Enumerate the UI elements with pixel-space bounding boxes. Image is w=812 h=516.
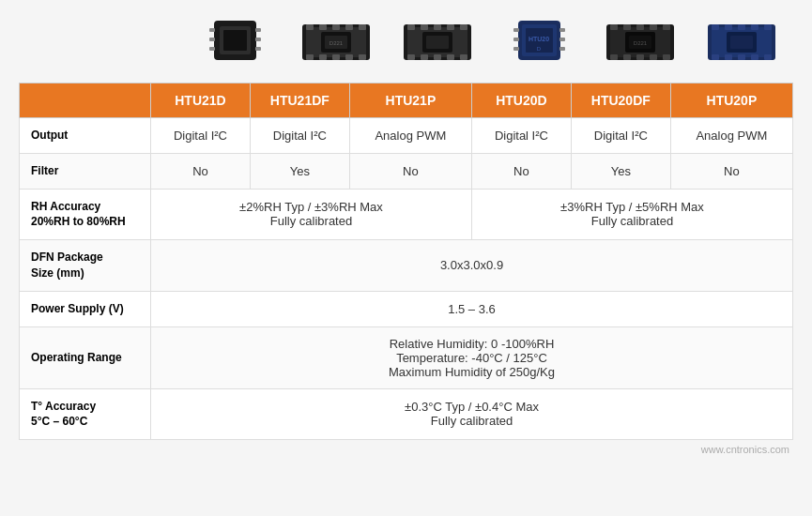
- row-t-accuracy: T° Accuracy5°C – 60°C ±0.3°C Typ / ±0.4°…: [20, 388, 793, 440]
- row-dfn-value: 3.0x3.0x0.9: [151, 240, 793, 292]
- svg-rect-74: [751, 54, 758, 60]
- row-filter: Filter No Yes No No Yes No: [20, 153, 793, 189]
- header-htu20p: HTU20P: [670, 83, 792, 118]
- row-filter-label: Filter: [20, 153, 151, 189]
- svg-rect-55: [663, 24, 670, 30]
- svg-rect-54: [650, 24, 657, 30]
- svg-rect-30: [460, 24, 467, 30]
- svg-rect-27: [421, 24, 428, 30]
- svg-rect-56: [610, 54, 618, 60]
- svg-rect-4: [209, 38, 215, 41]
- svg-rect-67: [725, 24, 732, 30]
- svg-rect-37: [426, 36, 449, 49]
- htu20d-image: HTU20 D: [497, 9, 581, 75]
- svg-text:D221: D221: [634, 40, 648, 46]
- row-filter-htu20df: Yes: [571, 153, 670, 189]
- svg-rect-28: [434, 24, 441, 30]
- row-filter-htu21p: No: [349, 153, 471, 189]
- svg-rect-60: [663, 54, 670, 60]
- row-output: Output Digital I²C Digital I²C Analog PW…: [20, 118, 793, 154]
- svg-rect-12: [319, 24, 327, 30]
- htu20df-image: D221: [598, 9, 682, 75]
- row-output-htu20d: Digital I²C: [471, 118, 571, 154]
- svg-rect-73: [738, 54, 745, 60]
- svg-rect-46: [559, 47, 565, 51]
- svg-rect-51: [610, 24, 618, 30]
- row-dfn-label: DFN PackageSize (mm): [20, 240, 151, 292]
- svg-rect-66: [712, 24, 719, 30]
- svg-rect-58: [636, 54, 644, 60]
- svg-rect-7: [255, 38, 261, 41]
- svg-rect-11: [306, 24, 314, 30]
- svg-rect-20: [359, 54, 366, 60]
- header-htu20df: HTU20DF: [571, 83, 670, 118]
- svg-rect-45: [559, 38, 565, 41]
- comparison-table: HTU21D HTU21DF HTU21P HTU20D HTU20DF HTU…: [19, 83, 793, 440]
- svg-rect-57: [623, 54, 631, 60]
- svg-rect-14: [345, 24, 353, 30]
- svg-text:D: D: [536, 46, 541, 52]
- svg-rect-8: [255, 47, 261, 51]
- row-t-label: T° Accuracy5°C – 60°C: [20, 388, 151, 440]
- svg-rect-33: [434, 54, 441, 60]
- row-dfn: DFN PackageSize (mm) 3.0x3.0x0.9: [20, 240, 793, 292]
- svg-rect-77: [730, 36, 753, 49]
- row-filter-htu20d: No: [471, 153, 571, 189]
- htu21d-image: [192, 9, 277, 75]
- svg-rect-71: [712, 54, 719, 60]
- svg-rect-70: [764, 24, 772, 30]
- row-rh-right: ±3%RH Typ / ±5%RH MaxFully calibrated: [471, 189, 792, 240]
- svg-rect-42: [513, 38, 519, 41]
- header-htu21df: HTU21DF: [250, 83, 349, 118]
- component-images-row: D221: [19, 9, 793, 75]
- svg-rect-44: [559, 28, 565, 32]
- row-rh-label: RH Accuracy20%RH to 80%RH: [20, 189, 151, 240]
- svg-rect-68: [738, 24, 745, 30]
- svg-rect-34: [447, 54, 454, 60]
- svg-rect-16: [306, 54, 314, 60]
- svg-rect-26: [407, 24, 415, 30]
- htu21df-image: D221: [294, 9, 378, 75]
- svg-rect-29: [447, 24, 454, 30]
- svg-text:D221: D221: [329, 40, 344, 46]
- svg-rect-72: [725, 54, 732, 60]
- row-operating-value: Relative Humidity: 0 -100%RHTemperature:…: [151, 326, 793, 388]
- svg-rect-19: [345, 54, 353, 60]
- row-t-value: ±0.3°C Typ / ±0.4°C MaxFully calibrated: [151, 388, 793, 440]
- watermark: www.cntronics.com: [19, 444, 793, 455]
- header-htu21d: HTU21D: [151, 83, 251, 118]
- row-filter-htu21d: No: [151, 153, 251, 189]
- svg-rect-31: [407, 54, 415, 60]
- row-power-label: Power Supply (V): [20, 291, 151, 326]
- row-output-htu21p: Analog PWM: [349, 118, 471, 154]
- svg-rect-43: [513, 47, 519, 51]
- row-power-value: 1.5 – 3.6: [151, 291, 793, 326]
- row-output-htu21df: Digital I²C: [250, 118, 349, 154]
- svg-rect-2: [223, 30, 247, 51]
- row-power-supply: Power Supply (V) 1.5 – 3.6: [20, 291, 793, 326]
- row-operating-range: Operating Range Relative Humidity: 0 -10…: [20, 326, 793, 388]
- svg-rect-13: [332, 24, 340, 30]
- row-output-label: Output: [20, 118, 151, 154]
- svg-rect-17: [319, 54, 327, 60]
- htu20p-image: [699, 9, 784, 75]
- svg-rect-3: [209, 28, 215, 32]
- header-htu21p: HTU21P: [349, 83, 471, 118]
- svg-rect-59: [650, 54, 657, 60]
- row-rh-accuracy: RH Accuracy20%RH to 80%RH ±2%RH Typ / ±3…: [20, 189, 793, 240]
- svg-rect-75: [764, 54, 772, 60]
- row-filter-htu21df: Yes: [250, 153, 349, 189]
- svg-text:HTU20: HTU20: [528, 36, 548, 42]
- header-label-col: [20, 83, 151, 118]
- svg-rect-5: [209, 47, 215, 51]
- svg-rect-69: [751, 24, 758, 30]
- header-htu20d: HTU20D: [471, 83, 571, 118]
- svg-rect-53: [636, 24, 644, 30]
- row-output-htu20p: Analog PWM: [670, 118, 792, 154]
- row-output-htu20df: Digital I²C: [571, 118, 670, 154]
- svg-rect-18: [332, 54, 340, 60]
- svg-rect-15: [359, 24, 366, 30]
- row-operating-label: Operating Range: [20, 326, 151, 388]
- row-output-htu21d: Digital I²C: [151, 118, 251, 154]
- row-rh-left: ±2%RH Typ / ±3%RH MaxFully calibrated: [151, 189, 472, 240]
